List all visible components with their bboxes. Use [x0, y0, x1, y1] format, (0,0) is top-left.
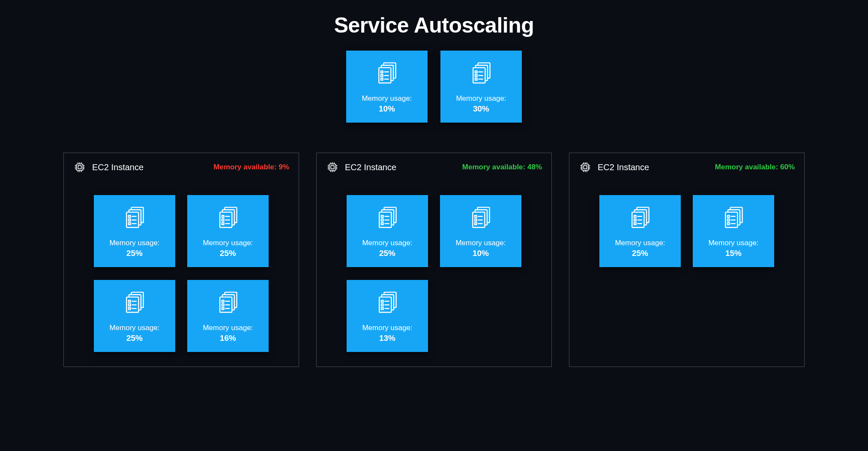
ec2-instance-box: EC2 InstanceMemory available: 60% Memory…: [569, 153, 805, 367]
task-grid: Memory usage:25% Memory usage:10% Memory…: [326, 195, 542, 352]
task-memory-value: 10%: [379, 104, 395, 114]
task-card: Memory usage:25%: [94, 280, 175, 352]
task-card: Memory usage:10%: [346, 51, 428, 123]
task-card: Memory usage:25%: [347, 195, 428, 267]
instance-name: EC2 Instance: [345, 162, 396, 172]
memory-available-value: 9%: [278, 163, 289, 171]
task-memory-value: 13%: [379, 334, 395, 343]
task-memory-value: 30%: [473, 104, 489, 114]
task-memory-label: Memory usage:: [203, 238, 253, 248]
task-stack-icon: [122, 290, 147, 316]
instance-name: EC2 Instance: [598, 162, 649, 172]
task-icon-wrap: [374, 290, 400, 317]
task-card: Memory usage:16%: [187, 280, 269, 352]
task-icon-wrap: [374, 60, 400, 88]
task-card: Memory usage:25%: [94, 195, 175, 267]
task-icon-wrap: [215, 205, 241, 232]
svg-rect-68: [329, 164, 336, 171]
task-stack-icon: [468, 60, 494, 86]
svg-rect-18: [77, 164, 83, 171]
task-memory-label: Memory usage:: [456, 94, 506, 103]
instance-header-left: EC2 Instance: [73, 161, 144, 174]
task-icon-wrap: [468, 205, 494, 232]
task-memory-value: 16%: [220, 334, 236, 343]
memory-available-value: 60%: [780, 163, 795, 171]
task-grid: Memory usage:25% Memory usage:25% Memory…: [73, 195, 289, 352]
memory-available-label: Memory available:: [462, 163, 525, 171]
task-icon-wrap: [374, 205, 400, 232]
instance-header: EC2 InstanceMemory available: 9%: [73, 161, 289, 174]
instance-header: EC2 InstanceMemory available: 60%: [579, 161, 795, 174]
top-task-row: Memory usage:10% Memory usage:30%: [0, 51, 868, 123]
memory-available: Memory available: 48%: [462, 163, 542, 171]
task-memory-label: Memory usage:: [109, 238, 159, 248]
task-memory-value: 25%: [379, 249, 395, 258]
memory-available-value: 48%: [527, 163, 542, 171]
instance-header-left: EC2 Instance: [579, 161, 649, 174]
task-memory-label: Memory usage:: [109, 323, 159, 333]
ec2-instance-box: EC2 InstanceMemory available: 9% Memory …: [63, 153, 299, 367]
task-icon-wrap: [122, 205, 147, 232]
memory-available-label: Memory available:: [213, 163, 276, 171]
task-memory-label: Memory usage:: [455, 238, 506, 248]
ec2-instance-box: EC2 InstanceMemory available: 48% Memory…: [316, 153, 552, 367]
task-card: Memory usage:30%: [440, 51, 522, 123]
task-memory-label: Memory usage:: [203, 323, 253, 333]
cpu-chip-icon: [73, 161, 86, 174]
instance-name: EC2 Instance: [92, 162, 144, 172]
instance-header: EC2 InstanceMemory available: 48%: [326, 161, 542, 174]
task-memory-label: Memory usage:: [362, 323, 412, 333]
task-card: Memory usage:25%: [187, 195, 269, 267]
task-card: Memory usage:25%: [599, 195, 681, 267]
task-memory-label: Memory usage:: [362, 238, 412, 248]
task-card: Memory usage:15%: [693, 195, 774, 267]
task-stack-icon: [627, 205, 653, 231]
memory-available: Memory available: 9%: [213, 163, 289, 171]
task-icon-wrap: [468, 60, 494, 88]
task-stack-icon: [215, 290, 241, 316]
task-memory-value: 25%: [126, 249, 143, 258]
task-icon-wrap: [721, 205, 746, 232]
cpu-chip-icon: [579, 161, 592, 174]
task-memory-value: 10%: [473, 249, 489, 258]
svg-rect-19: [78, 165, 81, 169]
svg-rect-69: [331, 165, 334, 169]
task-card: Memory usage:13%: [347, 280, 428, 352]
page-title: Service Autoscaling: [0, 0, 868, 38]
task-stack-icon: [215, 205, 241, 231]
task-memory-value: 15%: [725, 249, 742, 258]
task-memory-value: 25%: [220, 249, 236, 258]
task-stack-icon: [721, 205, 746, 231]
task-stack-icon: [468, 205, 494, 231]
task-stack-icon: [374, 205, 400, 231]
task-grid: Memory usage:25% Memory usage:15%: [579, 195, 795, 267]
svg-rect-110: [584, 165, 587, 169]
cpu-chip-icon: [326, 161, 339, 174]
task-stack-icon: [374, 290, 400, 316]
task-card: Memory usage:10%: [440, 195, 521, 267]
task-icon-wrap: [627, 205, 653, 232]
instances-row: EC2 InstanceMemory available: 9% Memory …: [0, 153, 868, 367]
task-memory-value: 25%: [632, 249, 648, 258]
memory-available-label: Memory available:: [715, 163, 778, 171]
task-memory-label: Memory usage:: [362, 94, 412, 103]
instance-header-left: EC2 Instance: [326, 161, 396, 174]
svg-rect-109: [582, 164, 589, 171]
task-icon-wrap: [215, 290, 241, 317]
task-memory-label: Memory usage:: [708, 238, 758, 248]
task-stack-icon: [122, 205, 147, 231]
task-stack-icon: [374, 60, 400, 86]
task-icon-wrap: [122, 290, 147, 317]
task-memory-value: 25%: [126, 334, 143, 343]
task-memory-label: Memory usage:: [615, 238, 665, 248]
memory-available: Memory available: 60%: [715, 163, 795, 171]
